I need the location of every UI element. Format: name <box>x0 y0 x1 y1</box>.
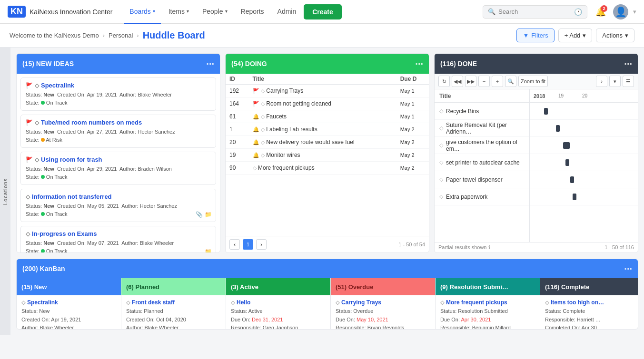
kanban-card-title[interactable]: ◇ More frequent pickups <box>440 299 535 306</box>
gantt-title-row[interactable]: ◇Suture Removal Kit (per Adrienn… <box>435 120 529 137</box>
kanban-col-header: (51) Overdue <box>331 278 435 295</box>
gantt-zoom-in[interactable]: + <box>492 76 503 87</box>
gantt-expand[interactable]: › <box>596 76 607 87</box>
kanban-card: ◇ Spectralink Status: NewCreated On: Apr… <box>17 295 121 330</box>
kanban-card-title[interactable]: ◇ Hello <box>231 299 326 306</box>
kanban-card-title[interactable]: ◇ Front desk staff <box>126 299 221 306</box>
idea-card: 🚩 ◇ Spectralink Status: New Created On: … <box>20 78 216 111</box>
card-title[interactable]: Using room for trash <box>41 156 102 163</box>
notification-bell[interactable]: 🔔 2 <box>593 4 608 19</box>
row-title[interactable]: 🔔 ◇ New delivery route would save fuel <box>249 136 396 149</box>
gantt-toolbar: ↻ ◀◀ ▶▶ − + 🔍 Zoom to fit › ▾ ☰ <box>435 74 638 89</box>
logo-area[interactable]: KN KaiNexus Innovation Center <box>8 6 112 18</box>
gantt-title-row[interactable]: ◇give customers the option of em… <box>435 137 529 154</box>
card-title[interactable]: Information not transferred <box>32 193 112 200</box>
done-menu[interactable]: ··· <box>624 58 632 69</box>
state-dot <box>41 101 45 105</box>
state-dot <box>41 138 45 142</box>
kanban-title: (200) KanBan <box>22 265 65 272</box>
gantt-search[interactable]: 🔍 <box>505 76 516 87</box>
nav-admin[interactable]: Admin <box>272 0 302 24</box>
row-title[interactable]: 🚩 ◇ Room not getting cleaned <box>249 97 396 110</box>
breadcrumb-section[interactable]: Personal <box>109 32 133 39</box>
gantt-footer: Partial results shown ℹ 1 - 50 of 116 <box>435 242 638 252</box>
diamond-icon: ◇ <box>35 156 39 163</box>
new-ideas-column: (15) NEW IDEAS ··· 🚩 ◇ Spectralink Statu… <box>16 53 220 253</box>
add-button[interactable]: + Add ▾ <box>558 29 593 42</box>
doing-menu[interactable]: ··· <box>415 58 423 69</box>
kanban-card: ◇ Carrying Trays Status: OverdueDue On: … <box>331 295 435 330</box>
row-due: May 1 <box>396 110 429 123</box>
search-input[interactable] <box>498 8 571 15</box>
gantt-prev-prev[interactable]: ◀◀ <box>452 76 463 87</box>
search-area[interactable]: 🔍 🕐 <box>483 5 587 19</box>
gantt-bar <box>563 142 570 149</box>
folder-icon: 📁 <box>205 248 212 252</box>
breadcrumb-sep1: › <box>103 32 105 39</box>
doing-range: 1 - 50 of 54 <box>398 242 425 247</box>
kanban-card-title[interactable]: ◇ Spectralink <box>21 299 116 306</box>
row-id: 192 <box>226 85 249 97</box>
avatar[interactable]: 👤 <box>613 4 628 19</box>
avatar-image: 👤 <box>615 6 627 18</box>
nav-people[interactable]: People ▾ <box>197 0 233 24</box>
kanban-column: (116) Complete ◇ Items too high on… Stat… <box>540 278 638 330</box>
card-title[interactable]: Tube/med room numbers on meds <box>41 119 142 126</box>
chevron-down-icon: ▾ <box>187 9 189 14</box>
nav-items: Boards ▾ Items ▾ People ▾ Reports Admin … <box>124 0 483 24</box>
gantt-menu[interactable]: ☰ <box>623 76 634 87</box>
gantt-row-title: set printer to autoclear cache <box>446 159 520 166</box>
card-title[interactable]: In-progress on Exams <box>32 230 97 237</box>
actions-button[interactable]: Actions ▾ <box>596 29 634 42</box>
card-title[interactable]: Spectralink <box>41 82 74 89</box>
gantt-next-next[interactable]: ▶▶ <box>465 76 476 87</box>
create-button[interactable]: Create <box>304 4 342 19</box>
state-dot <box>41 249 45 253</box>
gantt-chevron-down[interactable]: ▾ <box>609 76 621 87</box>
breadcrumb-home[interactable]: Welcome to the KaiNexus Demo <box>10 32 99 39</box>
diamond-icon: ◇ <box>261 152 265 158</box>
diamond-icon: ◇ <box>26 231 30 237</box>
kanban-card-meta: Status: CompleteResponsible: Harriett …C… <box>545 307 638 330</box>
table-row: 90 ◇ More frequent pickups May 2 <box>226 162 429 175</box>
row-id: 1 <box>226 123 249 136</box>
kanban-card-meta: Status: ActiveDue On: Dec 31, 2021Respon… <box>231 307 326 330</box>
filters-button[interactable]: ▼ Filters <box>516 29 554 42</box>
row-title[interactable]: ◇ More frequent pickups <box>249 162 396 175</box>
row-title[interactable]: 🚩 ◇ Carrying Trays <box>249 85 396 97</box>
prev-page-button[interactable]: ‹ <box>229 239 240 250</box>
user-menu-chevron[interactable]: ▾ <box>633 8 636 15</box>
gantt-title-row[interactable]: ◇Paper towel dispenser <box>435 171 529 188</box>
nav-reports[interactable]: Reports <box>235 0 270 24</box>
doing-title: (54) DOING <box>231 60 267 68</box>
gantt-title-row[interactable]: ◇Recycle Bins <box>435 103 529 120</box>
gantt-range: 1 - 50 of 116 <box>604 244 634 251</box>
diamond-icon: ◇ <box>439 108 443 114</box>
kanban-card-meta: Status: Resolution SubmittedDue On: Apr … <box>440 307 535 330</box>
diamond-icon: ◇ <box>261 88 265 94</box>
gantt-year: 2018 <box>530 93 549 99</box>
kanban-card-title[interactable]: ◇ Carrying Trays <box>336 299 430 306</box>
paperclip-icon: 📎 <box>196 211 203 218</box>
next-page-button[interactable]: › <box>256 239 267 250</box>
gantt-zoom-out[interactable]: − <box>478 76 490 87</box>
kanban-card-title[interactable]: ◇ Items too high on… <box>545 299 638 306</box>
row-title[interactable]: 🔔 ◇ Monitor wires <box>249 149 396 162</box>
gantt-refresh[interactable]: ↻ <box>438 76 450 87</box>
row-title[interactable]: 🔔 ◇ Faucets <box>249 110 396 123</box>
new-ideas-title: (15) NEW IDEAS <box>22 60 74 68</box>
page-title: Huddle Board <box>143 30 205 41</box>
gantt-bar-row <box>530 171 638 188</box>
kanban-menu[interactable]: ··· <box>624 263 632 274</box>
nav-boards[interactable]: Boards ▾ <box>124 0 160 24</box>
history-icon: 🕐 <box>574 8 582 16</box>
nav-items-menu[interactable]: Items ▾ <box>163 0 195 24</box>
doing-column: (54) DOING ··· ID Title Due D <box>225 53 429 253</box>
gantt-title-row[interactable]: ◇set printer to autoclear cache <box>435 154 529 171</box>
row-title[interactable]: 🔔 ◇ Labeling Lab results <box>249 123 396 136</box>
gantt-title-row[interactable]: ◇Extra paperwork <box>435 188 529 205</box>
new-ideas-menu[interactable]: ··· <box>206 58 214 69</box>
gantt-months: 19 20 <box>549 93 596 98</box>
gantt-chart-header: 2018 19 20 <box>530 89 638 103</box>
kanban-card: ◇ More frequent pickups Status: Resoluti… <box>436 295 540 330</box>
